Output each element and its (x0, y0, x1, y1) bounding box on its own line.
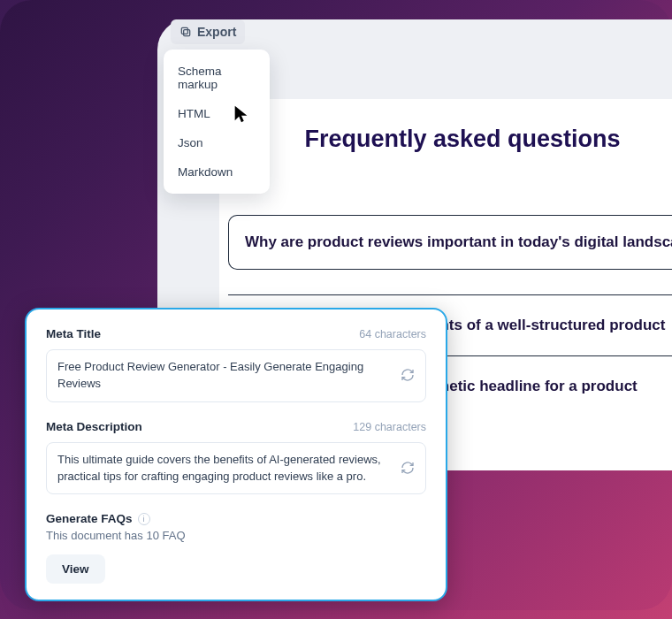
view-button[interactable]: View (46, 554, 105, 584)
export-option-html[interactable]: HTML (164, 99, 270, 128)
copy-icon (179, 26, 192, 38)
app-background: Frequently asked questions Why are produ… (0, 0, 672, 619)
meta-description-char-count: 129 characters (353, 421, 426, 433)
info-icon[interactable]: i (138, 513, 150, 525)
export-button[interactable]: Export (171, 19, 245, 44)
meta-title-value: Free Product Review Generator - Easily G… (57, 360, 363, 390)
meta-description-value: This ultimate guide covers the benefits … (57, 453, 381, 483)
meta-title-label: Meta Title (46, 327, 101, 340)
meta-title-input[interactable]: Free Product Review Generator - Easily G… (46, 349, 426, 402)
export-menu: Schema markup HTML Json Markdown (164, 50, 270, 194)
refresh-icon[interactable] (401, 368, 416, 384)
faq-item[interactable]: Why are product reviews important in tod… (228, 215, 672, 270)
export-label: Export (197, 25, 236, 39)
faq-heading: Frequently asked questions (219, 126, 672, 153)
export-option-json[interactable]: Json (164, 128, 270, 157)
export-option-markdown[interactable]: Markdown (164, 157, 270, 187)
svg-rect-1 (181, 27, 187, 34)
faq-count-text: This document has 10 FAQ (46, 529, 426, 542)
export-option-schema[interactable]: Schema markup (164, 57, 270, 99)
refresh-icon[interactable] (401, 461, 416, 477)
meta-title-char-count: 64 characters (359, 328, 426, 340)
generate-faqs-label: Generate FAQs (46, 512, 133, 525)
seo-meta-card: Meta Title 64 characters Free Product Re… (25, 308, 447, 601)
svg-rect-0 (184, 30, 190, 36)
meta-description-label: Meta Description (46, 420, 142, 433)
export-dropdown: Export Schema markup HTML Json Markdown (164, 19, 270, 194)
meta-description-input[interactable]: This ultimate guide covers the benefits … (46, 442, 426, 495)
